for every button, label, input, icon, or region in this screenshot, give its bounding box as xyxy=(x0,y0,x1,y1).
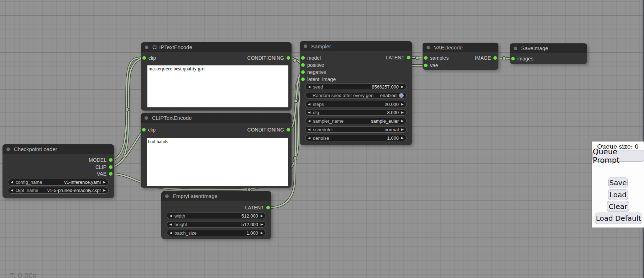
decrement-icon[interactable]: ◀ xyxy=(308,85,310,89)
output-port-clip[interactable]: CLIP xyxy=(95,164,112,171)
input-port-icon[interactable] xyxy=(511,57,515,60)
collapse-dot-icon[interactable] xyxy=(6,148,10,151)
increment-icon[interactable]: ▶ xyxy=(401,119,404,123)
denoise-widget[interactable]: ◀ denoise 1.000 ▶ xyxy=(305,135,407,141)
node-graph-canvas[interactable]: { "icons": { "decrement": "◀", "incremen… xyxy=(0,0,644,278)
load-button[interactable]: Load xyxy=(608,189,628,200)
node-saveimage[interactable]: SaveImage images xyxy=(510,43,587,64)
input-port-icon[interactable] xyxy=(424,64,428,67)
output-port-icon[interactable] xyxy=(109,172,112,176)
clear-button[interactable]: Clear xyxy=(607,201,629,212)
input-port-clip[interactable]: clip xyxy=(142,54,156,62)
scheduler-widget[interactable]: ◀ scheduler normal ▶ xyxy=(305,126,407,133)
output-port-icon[interactable] xyxy=(493,56,497,60)
increment-icon[interactable]: ▶ xyxy=(103,189,106,192)
increment-icon[interactable]: ▶ xyxy=(261,214,263,218)
collapse-dot-icon[interactable] xyxy=(304,44,307,48)
input-port-icon[interactable] xyxy=(142,56,146,60)
seed-widget[interactable]: ◀ seed 8566257.000 ▶ xyxy=(305,84,407,90)
collapse-dot-icon[interactable] xyxy=(145,46,148,49)
node-cliptextencode-positive[interactable]: CLIPTextEncode clip CONDITIONING masterp… xyxy=(141,42,292,111)
increment-icon[interactable]: ▶ xyxy=(401,111,404,114)
node-sampler[interactable]: Sampler model positive negative latent_i… xyxy=(300,41,412,145)
output-port-vae[interactable]: VAE xyxy=(97,170,112,177)
decrement-icon[interactable]: ◀ xyxy=(308,128,310,131)
output-port-conditioning[interactable]: CONDITIONING xyxy=(247,126,290,133)
increment-icon[interactable]: ▶ xyxy=(401,85,404,89)
input-port-latent-image[interactable]: latent_image xyxy=(301,76,336,83)
collapse-dot-icon[interactable] xyxy=(514,47,517,50)
decrement-icon[interactable]: ◀ xyxy=(11,181,13,184)
node-title-bar[interactable]: CLIPTextEncode xyxy=(141,113,292,123)
decrement-icon[interactable]: ◀ xyxy=(308,103,310,106)
input-port-icon[interactable] xyxy=(301,56,305,60)
prompt-text-area[interactable]: masterpiece best quality girl xyxy=(147,65,288,107)
node-cliptextencode-negative[interactable]: CLIPTextEncode clip CONDITIONING bad han… xyxy=(141,113,292,188)
decrement-icon[interactable]: ◀ xyxy=(169,214,172,218)
node-title-bar[interactable]: CLIPTextEncode xyxy=(141,42,292,52)
sampler-name-widget[interactable]: ◀ sampler_name sample_euler ▶ xyxy=(305,118,407,124)
output-port-latent[interactable]: LATENT xyxy=(245,204,270,211)
node-vaedecode[interactable]: VAEDecode samples vae IMAGE xyxy=(423,43,498,70)
batch-size-widget[interactable]: ◀ batch_size 1.000 ▶ xyxy=(167,230,266,236)
input-port-positive[interactable]: positive xyxy=(301,62,324,69)
ckpt-name-widget[interactable]: ◀ ckpt_name v1-5-pruned-emaonly.ckpt ▶ xyxy=(8,187,109,194)
random-seed-toggle-widget[interactable]: Random seed after every gen enabled xyxy=(305,92,407,98)
steps-widget[interactable]: ◀ steps 20.000 ▶ xyxy=(305,101,407,107)
input-port-vae[interactable]: vae xyxy=(424,62,438,69)
node-title-bar[interactable]: EmptyLatentImage xyxy=(161,191,271,201)
increment-icon[interactable]: ▶ xyxy=(401,128,404,131)
config-name-widget[interactable]: ◀ config_name v1-inference.yaml ▶ xyxy=(8,179,109,186)
toggle-icon[interactable] xyxy=(399,93,404,98)
output-port-latent[interactable]: LATENT xyxy=(386,54,410,61)
load-default-button[interactable]: Load Default xyxy=(595,213,642,224)
node-title-bar[interactable]: Sampler xyxy=(300,41,412,51)
input-port-images[interactable]: images xyxy=(511,55,533,62)
save-button[interactable]: Save xyxy=(608,177,628,188)
cfg-widget[interactable]: ◀ cfg 8.000 ▶ xyxy=(305,109,407,116)
input-port-icon[interactable] xyxy=(301,63,305,67)
output-port-icon[interactable] xyxy=(407,56,410,59)
decrement-icon[interactable]: ◀ xyxy=(308,111,310,114)
input-port-negative[interactable]: negative xyxy=(301,69,326,76)
output-port-icon[interactable] xyxy=(109,165,112,169)
decrement-icon[interactable]: ◀ xyxy=(11,189,13,192)
increment-icon[interactable]: ▶ xyxy=(261,231,263,235)
output-port-icon[interactable] xyxy=(287,128,290,132)
node-title-bar[interactable]: CheckpointLoader xyxy=(2,144,114,154)
collapse-dot-icon[interactable] xyxy=(426,46,430,49)
prompt-text-area[interactable]: bad hands xyxy=(147,138,288,186)
input-port-model[interactable]: model xyxy=(301,54,321,62)
node-emptylatentimage[interactable]: EmptyLatentImage LATENT ◀ width 512.000 … xyxy=(161,191,271,239)
widget-label: scheduler xyxy=(313,127,333,132)
increment-icon[interactable]: ▶ xyxy=(261,223,263,226)
output-port-icon[interactable] xyxy=(109,158,112,162)
node-title-bar[interactable]: SaveImage xyxy=(510,43,587,53)
input-port-icon[interactable] xyxy=(142,128,146,132)
decrement-icon[interactable]: ◀ xyxy=(308,119,310,123)
node-title-bar[interactable]: VAEDecode xyxy=(423,43,498,52)
output-port-model[interactable]: MODEL xyxy=(89,156,112,164)
node-checkpointloader[interactable]: CheckpointLoader MODEL CLIP VAE ◀ config… xyxy=(2,144,114,198)
output-port-icon[interactable] xyxy=(287,56,290,60)
increment-icon[interactable]: ▶ xyxy=(401,103,404,106)
input-port-clip[interactable]: clip xyxy=(142,126,156,133)
input-port-icon[interactable] xyxy=(301,70,305,74)
decrement-icon[interactable]: ◀ xyxy=(169,223,172,226)
input-port-samples[interactable]: samples xyxy=(424,54,449,62)
decrement-icon[interactable]: ◀ xyxy=(308,137,310,140)
increment-icon[interactable]: ▶ xyxy=(401,137,404,140)
input-port-icon[interactable] xyxy=(424,56,428,60)
height-widget[interactable]: ◀ height 512.000 ▶ xyxy=(167,221,266,228)
collapse-dot-icon[interactable] xyxy=(145,116,148,120)
decrement-icon[interactable]: ◀ xyxy=(169,231,172,235)
width-widget[interactable]: ◀ width 512.000 ▶ xyxy=(167,213,266,219)
output-port-image[interactable]: IMAGE xyxy=(475,54,497,62)
widget-label: cfg xyxy=(313,110,319,115)
increment-icon[interactable]: ▶ xyxy=(103,181,106,184)
collapse-dot-icon[interactable] xyxy=(165,194,169,198)
queue-prompt-button[interactable]: Queue Prompt xyxy=(592,150,644,162)
input-port-icon[interactable] xyxy=(301,77,305,81)
output-port-icon[interactable] xyxy=(266,206,270,209)
output-port-conditioning[interactable]: CONDITIONING xyxy=(247,54,290,62)
